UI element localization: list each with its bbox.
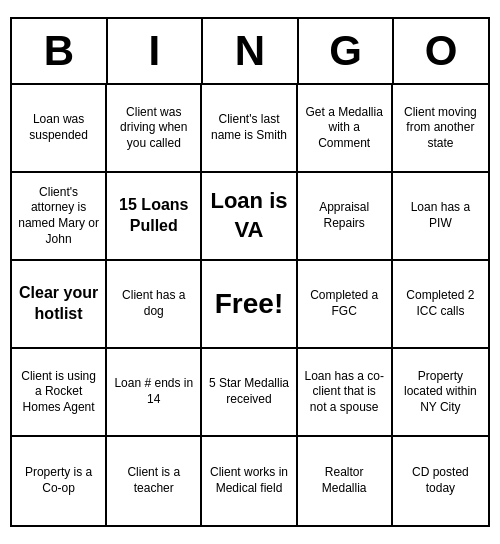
header-letter-i: I: [108, 19, 204, 83]
bingo-cell-21[interactable]: Client is a teacher: [107, 437, 202, 525]
bingo-cell-4[interactable]: Client moving from another state: [393, 85, 488, 173]
bingo-cell-6[interactable]: 15 Loans Pulled: [107, 173, 202, 261]
bingo-cell-0[interactable]: Loan was suspended: [12, 85, 107, 173]
bingo-cell-5[interactable]: Client's attorney is named Mary or John: [12, 173, 107, 261]
bingo-cell-13[interactable]: Completed a FGC: [298, 261, 393, 349]
bingo-cell-8[interactable]: Appraisal Repairs: [298, 173, 393, 261]
bingo-cell-14[interactable]: Completed 2 ICC calls: [393, 261, 488, 349]
bingo-grid: Loan was suspendedClient was driving whe…: [12, 85, 488, 525]
bingo-cell-10[interactable]: Clear your hotlist: [12, 261, 107, 349]
bingo-header: BINGO: [12, 19, 488, 85]
header-letter-o: O: [394, 19, 488, 83]
header-letter-g: G: [299, 19, 395, 83]
bingo-cell-20[interactable]: Property is a Co-op: [12, 437, 107, 525]
bingo-cell-7[interactable]: Loan is VA: [202, 173, 297, 261]
bingo-cell-19[interactable]: Property located within NY City: [393, 349, 488, 437]
bingo-cell-11[interactable]: Client has a dog: [107, 261, 202, 349]
bingo-cell-2[interactable]: Client's last name is Smith: [202, 85, 297, 173]
bingo-cell-9[interactable]: Loan has a PIW: [393, 173, 488, 261]
bingo-cell-1[interactable]: Client was driving when you called: [107, 85, 202, 173]
bingo-cell-3[interactable]: Get a Medallia with a Comment: [298, 85, 393, 173]
bingo-cell-12[interactable]: Free!: [202, 261, 297, 349]
bingo-cell-23[interactable]: Realtor Medallia: [298, 437, 393, 525]
bingo-card: BINGO Loan was suspendedClient was drivi…: [10, 17, 490, 527]
bingo-cell-16[interactable]: Loan # ends in 14: [107, 349, 202, 437]
bingo-cell-24[interactable]: CD posted today: [393, 437, 488, 525]
bingo-cell-22[interactable]: Client works in Medical field: [202, 437, 297, 525]
bingo-cell-17[interactable]: 5 Star Medallia received: [202, 349, 297, 437]
bingo-cell-15[interactable]: Client is using a Rocket Homes Agent: [12, 349, 107, 437]
bingo-cell-18[interactable]: Loan has a co-client that is not a spous…: [298, 349, 393, 437]
header-letter-b: B: [12, 19, 108, 83]
header-letter-n: N: [203, 19, 299, 83]
